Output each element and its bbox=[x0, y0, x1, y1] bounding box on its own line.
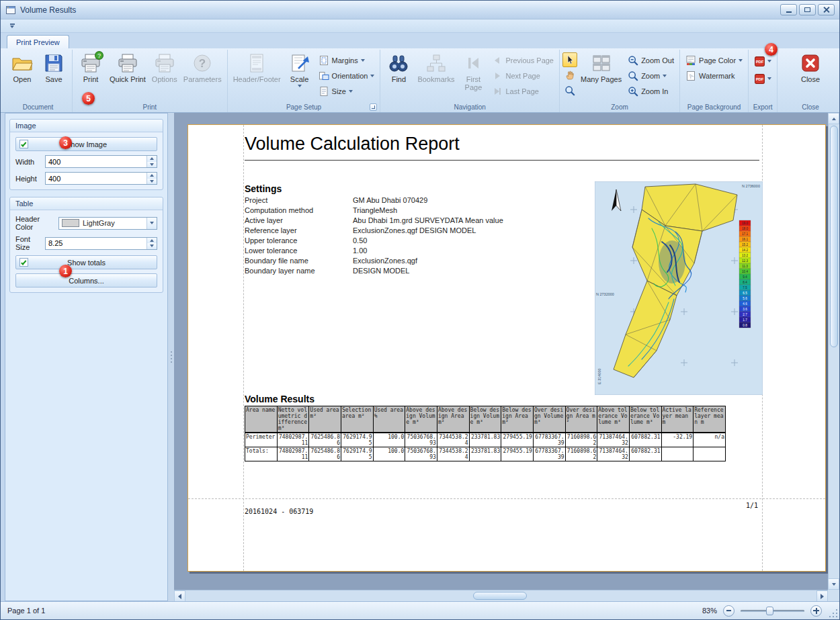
toolbar-options-button[interactable] bbox=[7, 21, 17, 30]
results-col-header: Below design Volume m³ bbox=[469, 406, 501, 433]
vertical-scroll-thumb[interactable] bbox=[830, 126, 838, 347]
font-size-input[interactable] bbox=[46, 238, 146, 249]
many-pages-button[interactable]: Many Pages bbox=[578, 50, 624, 83]
open-button[interactable]: Open bbox=[7, 50, 38, 83]
margin-guide-left bbox=[243, 125, 244, 571]
find-button[interactable]: Find bbox=[383, 50, 414, 83]
height-input[interactable] bbox=[46, 173, 146, 184]
font-size-spin-up[interactable] bbox=[147, 238, 157, 244]
width-input[interactable] bbox=[46, 156, 146, 167]
zoom-out-round-button[interactable] bbox=[723, 605, 734, 617]
watermark-icon bbox=[685, 71, 696, 81]
size-button[interactable]: Size bbox=[316, 84, 378, 98]
vertical-scrollbar[interactable] bbox=[828, 113, 839, 590]
zoom-out-button[interactable]: Zoom Out bbox=[625, 53, 677, 67]
svg-text:16.1: 16.1 bbox=[742, 238, 748, 241]
setting-key: Computation method bbox=[245, 206, 353, 216]
horizontal-scrollbar[interactable] bbox=[174, 590, 828, 601]
pointer-tool-button[interactable] bbox=[562, 52, 577, 67]
sidebar-splitter[interactable] bbox=[168, 113, 174, 601]
close-preview-button-label: Close bbox=[801, 75, 820, 83]
maximize-button[interactable] bbox=[799, 4, 816, 15]
show-image-checkbox[interactable] bbox=[19, 140, 28, 148]
zoom-dropdown-button[interactable]: Zoom bbox=[625, 69, 677, 83]
scroll-right-button[interactable] bbox=[816, 590, 828, 601]
zoom-in-button-label: Zoom In bbox=[641, 87, 668, 95]
resize-grip[interactable] bbox=[829, 609, 837, 617]
close-window-button[interactable] bbox=[818, 4, 835, 15]
table-panel-title: Table bbox=[10, 197, 163, 210]
group-label-document: Document bbox=[7, 102, 69, 112]
quick-print-button[interactable]: Quick Print bbox=[107, 50, 149, 83]
width-spin-down[interactable] bbox=[147, 162, 157, 168]
previous-page-button-label: Previous Page bbox=[505, 56, 554, 64]
height-spin-down[interactable] bbox=[147, 179, 157, 185]
header-color-dropdown-arrow[interactable] bbox=[146, 218, 157, 229]
zoom-in-round-button[interactable] bbox=[810, 605, 822, 617]
parameters-question-icon bbox=[192, 52, 213, 74]
minimize-button[interactable] bbox=[780, 4, 797, 15]
scroll-down-button[interactable] bbox=[828, 578, 839, 590]
results-cell: 75036768.93 bbox=[405, 433, 437, 447]
svg-text:8.4: 8.4 bbox=[743, 281, 747, 284]
results-cell: 100.0 bbox=[373, 447, 405, 461]
scroll-left-button[interactable] bbox=[174, 590, 185, 601]
parameters-button: Parameters bbox=[181, 50, 224, 83]
width-spin-up[interactable] bbox=[147, 156, 157, 162]
send-document-button[interactable] bbox=[751, 71, 774, 87]
page-color-button[interactable]: Page Color bbox=[683, 53, 745, 67]
results-col-header: Below design Area m² bbox=[501, 406, 534, 433]
group-label-close: Close bbox=[795, 102, 826, 112]
header-color-dropdown[interactable]: LightGray bbox=[58, 217, 157, 230]
font-size-row: Font Size bbox=[15, 235, 157, 251]
many-pages-icon bbox=[591, 52, 612, 74]
magnifier-tool-button[interactable] bbox=[562, 83, 577, 98]
scroll-up-icon bbox=[832, 118, 836, 120]
tab-print-preview[interactable]: Print Preview bbox=[7, 35, 69, 48]
show-totals-button[interactable]: Show totals bbox=[15, 255, 157, 269]
print-button[interactable]: Print bbox=[75, 50, 106, 83]
print-printer-icon bbox=[80, 52, 101, 74]
margins-button[interactable]: Margins bbox=[316, 53, 378, 67]
scale-button[interactable]: Scale bbox=[284, 50, 315, 87]
settings-list: ProjectGM Abu Dhabi 070429Computation me… bbox=[245, 196, 584, 277]
page-setup-dialog-launcher[interactable] bbox=[370, 103, 377, 111]
volume-results-table: Area nameNetto volumetric difference m³U… bbox=[245, 406, 726, 461]
scroll-up-button[interactable] bbox=[828, 113, 839, 124]
orientation-button[interactable]: Orientation bbox=[316, 69, 378, 83]
svg-text:10.4: 10.4 bbox=[742, 270, 748, 273]
width-label: Width bbox=[15, 158, 45, 166]
font-size-spin-down[interactable] bbox=[147, 243, 157, 249]
setting-value: TriangleMesh bbox=[353, 206, 584, 216]
toolbar-options-icon bbox=[10, 24, 15, 25]
zoom-slider-thumb[interactable] bbox=[766, 607, 773, 615]
results-col-header: Used area m² bbox=[309, 406, 341, 433]
previous-page-button: Previous Page bbox=[489, 53, 556, 67]
magnifier-icon bbox=[564, 85, 575, 96]
depth-legend: 19.018.017.116.115.214.213.212.311.310.4… bbox=[739, 220, 751, 328]
horizontal-scroll-thumb[interactable] bbox=[473, 592, 527, 600]
zoom-slider[interactable] bbox=[741, 605, 804, 617]
first-page-button-label: First Page bbox=[460, 75, 486, 91]
watermark-button-label: Watermark bbox=[699, 72, 734, 80]
annotation-badge-3: 3 bbox=[59, 136, 72, 149]
margins-button-label: Margins bbox=[332, 56, 358, 64]
results-cell: 71387464.32 bbox=[597, 447, 630, 461]
orientation-icon bbox=[319, 71, 329, 81]
show-image-button[interactable]: Show Image bbox=[15, 137, 157, 151]
hand-tool-button[interactable] bbox=[562, 68, 577, 83]
results-col-header: Above design Area m² bbox=[437, 406, 469, 433]
close-preview-button[interactable]: Close bbox=[795, 50, 826, 83]
results-cell: 100.0 bbox=[373, 433, 405, 447]
map-grid-label-bottom: E 314000 bbox=[597, 368, 601, 384]
send-pdf-icon bbox=[754, 73, 765, 85]
watermark-button[interactable]: Watermark bbox=[683, 69, 745, 83]
height-spin-up[interactable] bbox=[147, 173, 157, 179]
show-totals-checkbox[interactable] bbox=[19, 258, 28, 267]
zoom-in-button[interactable]: Zoom In bbox=[625, 84, 677, 98]
svg-text:1.7: 1.7 bbox=[743, 318, 747, 322]
save-button[interactable]: Save bbox=[38, 50, 69, 83]
results-cell: -32.19 bbox=[661, 433, 694, 447]
size-caret-icon bbox=[349, 90, 353, 93]
columns-button[interactable]: Columns... bbox=[15, 273, 157, 287]
